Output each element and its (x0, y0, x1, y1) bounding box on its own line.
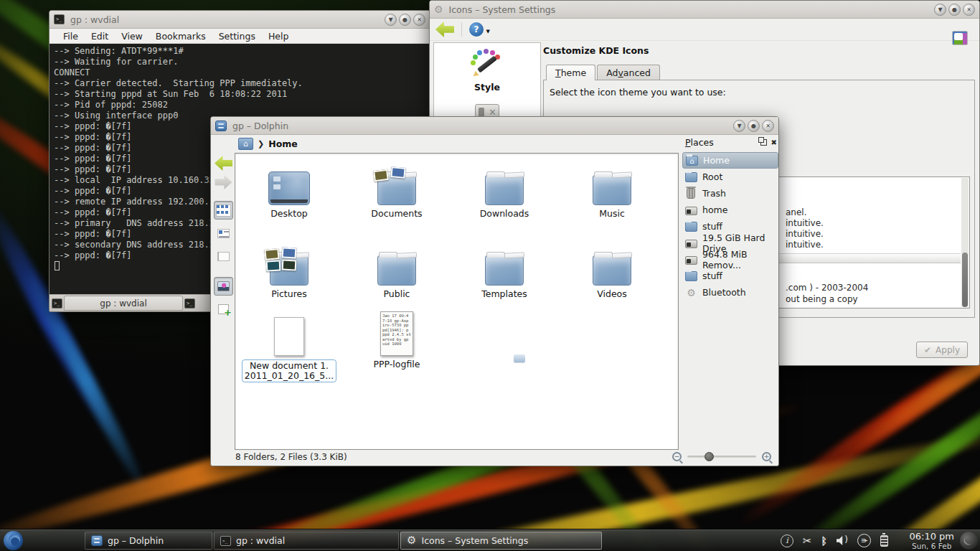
task-manager: gp – Dolphin>_gp : wvdial⚙Icons – System… (85, 532, 602, 550)
close-button[interactable]: ✕ (963, 4, 975, 16)
battery-icon[interactable] (880, 535, 888, 547)
home-folder-icon[interactable]: ⌂ (238, 138, 253, 150)
file-item-ppp-logfile[interactable]: Jan 17 09:4 7:18 gp-Asp ire-5738 pp pd[1… (347, 310, 447, 369)
places-item-trash[interactable]: Trash (682, 185, 778, 202)
desktop-icon (268, 171, 310, 205)
zoom-in-icon[interactable]: + (762, 452, 771, 461)
style-pencil-icon (471, 50, 504, 80)
app-launcher-icon[interactable] (4, 531, 23, 550)
zoom-out-icon[interactable]: − (672, 452, 682, 461)
digital-clock[interactable]: 06:10 pm Sun, 6 Feb (909, 531, 954, 550)
file-item-public[interactable]: Public (347, 240, 447, 299)
klipper-scissors-icon[interactable]: ✂ (803, 534, 812, 547)
menu-view[interactable]: View (115, 31, 149, 42)
menu-settings[interactable]: Settings (212, 31, 262, 42)
detach-panel-icon[interactable] (760, 139, 767, 146)
volume-icon[interactable] (837, 536, 848, 545)
file-item-documents[interactable]: Documents (347, 159, 447, 219)
file-item-downloads[interactable]: Downloads (454, 159, 555, 219)
preview-button[interactable] (214, 277, 233, 296)
tab-list-button[interactable]: >_ (184, 298, 195, 309)
settings-toolbar: ?▼ (430, 19, 979, 41)
minimize-button[interactable]: ▼ (385, 14, 397, 26)
taskbar: gp – Dolphin>_gp : wvdial⚙Icons – System… (0, 529, 980, 551)
icons-view-button[interactable] (214, 201, 233, 220)
task-label: Icons – System Settings (421, 535, 528, 546)
terminal-icon: >_ (220, 536, 231, 546)
close-button[interactable]: ✕ (762, 120, 774, 132)
dolphin-file-view[interactable]: DesktopDocumentsDownloadsMusicPicturesPu… (235, 153, 679, 450)
settings-titlebar[interactable]: ⚙ Icons – System Settings ▼ ● ✕ (430, 1, 979, 19)
tab-theme[interactable]: Theme (546, 65, 595, 80)
file-icon-area (347, 240, 447, 286)
new-tab-button[interactable]: >_ (52, 298, 62, 309)
terminal-line: --> Sending: ATDT*99***1# (54, 46, 425, 57)
task-gp-dolphin[interactable]: gp – Dolphin (85, 532, 212, 550)
terminal-line: --> Pid of pppd: 25082 (54, 100, 425, 110)
places-item-label: Bluetooth (702, 287, 746, 298)
scrollbar[interactable] (961, 178, 969, 307)
back-arrow-icon[interactable] (435, 22, 454, 37)
maximize-button[interactable]: ● (948, 4, 961, 16)
file-item-templates[interactable]: Templates (454, 240, 555, 299)
terminal-icon: >_ (54, 14, 65, 24)
sidebar-item-label: Style (434, 82, 540, 93)
maximize-button[interactable]: ● (748, 120, 760, 132)
photo-thumbnail (282, 259, 297, 270)
file-item-desktop[interactable]: Desktop (239, 159, 339, 219)
places-item-home[interactable]: Home (682, 152, 778, 169)
places-item-bluetooth[interactable]: ⚙Bluetooth (682, 284, 778, 301)
file-icon-area (239, 240, 339, 286)
clock-date: Sun, 6 Feb (909, 542, 954, 550)
sidebar-item-style[interactable]: Style (434, 50, 540, 93)
places-panel: Places ✖ HomeRootTrashhomestuff19.5 GiB … (682, 136, 778, 447)
file-icon-area (239, 310, 339, 356)
terminal-line: --> Starting pppd at Sun Feb 6 18:08:22 … (54, 89, 425, 100)
minimize-button[interactable]: ▼ (733, 120, 745, 132)
dolphin-titlebar[interactable]: gp – Dolphin ▼ ● ✕ (211, 117, 778, 135)
zoom-slider-handle[interactable] (705, 452, 714, 461)
places-item-label: Trash (702, 188, 726, 199)
usb-device-icon[interactable]: ⋔ (857, 534, 871, 547)
description-fragment: anel. (786, 207, 824, 218)
menu-bookmarks[interactable]: Bookmarks (149, 31, 212, 42)
places-item-root[interactable]: Root (682, 169, 778, 185)
file-icon-area (239, 159, 339, 205)
konsole-titlebar[interactable]: >_ gp : wvdial ▼ ● ✕ (50, 11, 430, 29)
file-label: Pictures (239, 289, 339, 299)
file-item-new-document-1-[interactable]: New document 1.2011_01_20_16_5... (239, 310, 339, 382)
file-item-pictures[interactable]: Pictures (239, 240, 339, 299)
places-item-home[interactable]: home (682, 202, 778, 218)
task-gp-wvdial[interactable]: >_gp : wvdial (214, 532, 399, 550)
split-view-button[interactable] (214, 300, 233, 319)
breadcrumb-separator: ❯ (258, 139, 264, 149)
close-panel-icon[interactable]: ✖ (771, 139, 777, 146)
panel-cashew-icon[interactable] (960, 532, 978, 550)
info-fragment: out being a copy (786, 293, 868, 305)
back-button[interactable] (215, 156, 232, 171)
help-icon[interactable]: ?▼ (469, 22, 484, 37)
page-title: Customize KDE Icons (543, 45, 975, 56)
tab-advanced[interactable]: Advanced (597, 65, 660, 80)
menu-help[interactable]: Help (262, 31, 296, 42)
menu-file[interactable]: File (57, 31, 85, 42)
file-item-music[interactable]: Music (562, 159, 662, 219)
breadcrumb-home[interactable]: Home (268, 138, 298, 149)
details-view-icon (217, 229, 230, 238)
minimize-button[interactable]: ▼ (934, 4, 946, 16)
task-icons-system-settings[interactable]: ⚙Icons – System Settings (400, 532, 602, 550)
close-button[interactable]: ✕ (413, 14, 425, 26)
file-icon-area (454, 159, 555, 205)
zoom-slider[interactable] (687, 456, 756, 458)
maximize-button[interactable]: ● (399, 14, 411, 26)
file-item-videos[interactable]: Videos (562, 240, 662, 299)
menu-edit[interactable]: Edit (85, 31, 115, 42)
info-icon[interactable]: i (781, 534, 793, 547)
details-view-button[interactable] (214, 224, 233, 242)
places-item-964-8-mib-remov-[interactable]: 964.8 MiB Remov... (682, 251, 778, 268)
scrollbar-thumb[interactable] (962, 253, 968, 307)
konsole-tab[interactable]: gp : wvdial (64, 296, 183, 311)
bluetooth-icon[interactable]: ᛒ (821, 535, 827, 547)
columns-view-button[interactable] (214, 247, 233, 265)
info-fragment: .com ) - 2003-2004 (786, 282, 868, 293)
